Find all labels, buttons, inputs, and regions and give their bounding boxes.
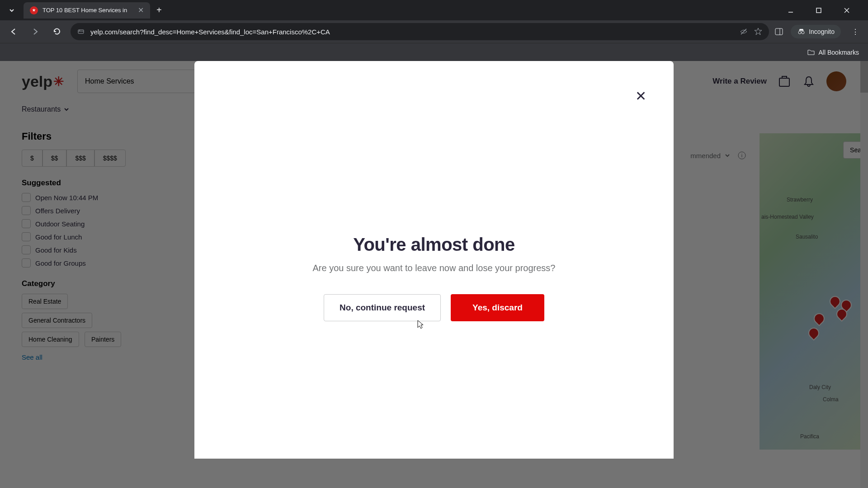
modal-title: You're almost done: [353, 235, 515, 255]
all-bookmarks-label: All Bookmarks: [819, 49, 859, 56]
url-text: yelp.com/search?find_desc=Home+Services&…: [90, 28, 734, 36]
folder-icon: [807, 48, 815, 56]
confirm-modal: ✕ You're almost done Are you sure you wa…: [194, 61, 674, 459]
page-content: yelp ✳︎ Write a Review Restaurants Filte…: [0, 61, 868, 488]
minimize-button[interactable]: [783, 7, 798, 14]
tab-title: TOP 10 BEST Home Services in: [42, 7, 134, 14]
svg-rect-1: [816, 8, 821, 13]
tab-close-icon[interactable]: ✕: [138, 6, 144, 14]
all-bookmarks-button[interactable]: All Bookmarks: [807, 48, 859, 56]
right-controls: Incognito ⋮: [774, 25, 863, 38]
tab-favicon-icon: [30, 6, 38, 14]
maximize-button[interactable]: [811, 7, 826, 14]
continue-button[interactable]: No, continue request: [324, 294, 441, 321]
modal-close-button[interactable]: ✕: [635, 88, 646, 104]
discard-button[interactable]: Yes, discard: [451, 294, 544, 321]
address-bar[interactable]: yelp.com/search?find_desc=Home+Services&…: [71, 23, 769, 40]
side-panel-icon[interactable]: [774, 27, 783, 36]
svg-line-7: [741, 29, 746, 34]
browser-tab[interactable]: TOP 10 BEST Home Services in ✕: [24, 2, 150, 19]
tab-bar: TOP 10 BEST Home Services in ✕ +: [0, 0, 868, 20]
svg-point-11: [802, 31, 804, 34]
eye-off-icon[interactable]: [739, 27, 748, 36]
svg-rect-8: [775, 28, 783, 35]
url-bar: yelp.com/search?find_desc=Home+Services&…: [0, 20, 868, 43]
modal-subtitle: Are you sure you want to leave now and l…: [313, 263, 556, 273]
close-window-button[interactable]: [839, 7, 854, 14]
svg-point-10: [798, 31, 801, 34]
incognito-label: Incognito: [809, 28, 835, 35]
back-button[interactable]: [5, 23, 22, 40]
tab-list-button[interactable]: [5, 3, 19, 18]
browser-menu-button[interactable]: ⋮: [848, 28, 863, 36]
new-tab-button[interactable]: +: [156, 5, 162, 15]
bookmark-star-icon[interactable]: [754, 27, 763, 36]
reload-button[interactable]: [49, 23, 65, 40]
incognito-icon: [797, 28, 805, 36]
svg-rect-4: [78, 30, 84, 33]
browser-chrome: TOP 10 BEST Home Services in ✕ + yelp.co…: [0, 0, 868, 61]
bookmarks-bar: All Bookmarks: [0, 43, 868, 61]
site-info-icon[interactable]: [77, 28, 85, 36]
incognito-badge[interactable]: Incognito: [791, 25, 841, 38]
forward-button[interactable]: [27, 23, 43, 40]
window-controls: [783, 7, 863, 14]
